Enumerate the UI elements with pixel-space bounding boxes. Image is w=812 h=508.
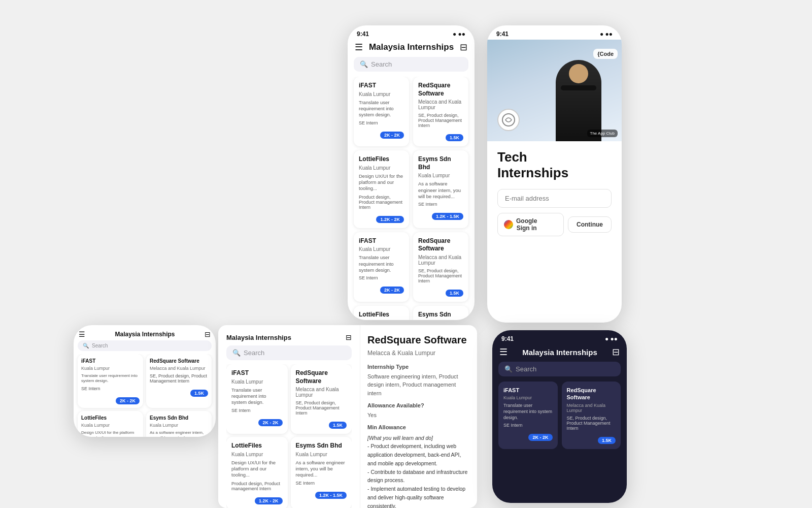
search-ph-dark: Search (516, 365, 536, 373)
google-icon (504, 220, 513, 229)
search-bar-dark[interactable]: 🔍 Search (498, 362, 621, 376)
card-desc: As a software engineer intern, you will … (296, 460, 347, 479)
allowance-label: Allowance Available? (367, 401, 470, 410)
card-salary: 1.5K (190, 388, 208, 397)
card-company: LottieFiles (231, 442, 283, 450)
card-company: RedSquare Software (418, 237, 463, 253)
search-icon: 🔍 (360, 60, 368, 68)
menu-icon-dark[interactable]: ☰ (499, 346, 507, 358)
card-role-dark: SE Intern (503, 423, 553, 428)
card-company: LottieFiles (81, 415, 140, 421)
card-desc: Translate user requirement into system d… (359, 100, 404, 118)
list-item[interactable]: iFAST Kuala Lumpur Translate user requir… (226, 364, 288, 434)
list-item[interactable]: iFAST Kuala Lumpur Translate user requir… (354, 232, 409, 302)
cards-grid-bl: iFAST Kuala Lumpur Translate user requir… (74, 354, 216, 437)
svg-point-0 (502, 114, 515, 126)
card-desc: Translate user requirement into system d… (359, 255, 404, 273)
card-company: iFAST (81, 358, 140, 364)
card-desc: Design UX/UI for the platform and our to… (231, 460, 283, 479)
list-item[interactable]: Esyms Sdn Bhd Kuala Lumpur As a software… (413, 306, 468, 320)
tech-internships-title: TechInternships (497, 149, 612, 181)
card-company: iFAST (231, 369, 283, 377)
card-tags: SE, Product design, Product Management I… (418, 268, 463, 283)
card-company: LottieFiles (359, 311, 404, 319)
list-item[interactable]: RedSquare Software Melacca and Kuala Lum… (291, 364, 352, 434)
list-item[interactable]: LottieFiles Kuala Lumpur Design UX/UI fo… (354, 306, 409, 320)
dark-cards-grid: iFAST Kuala Lumpur Translate user requir… (492, 382, 627, 449)
card-tags: SE, Product design, Product Management I… (418, 113, 463, 128)
app-title-dark: Malaysia Internships (522, 348, 597, 357)
card-role: SE Intern (231, 408, 283, 413)
list-item[interactable]: RedSquare Software Melacca and Kuala Lum… (413, 232, 468, 302)
filter-icon-bl[interactable]: ⊟ (205, 330, 211, 338)
card-company: Esyms Sdn Bhd (150, 415, 208, 421)
email-input[interactable] (497, 189, 612, 208)
card-company: RedSquare Software (150, 358, 208, 364)
list-item[interactable]: iFAST Kuala Lumpur Translate user requir… (498, 382, 558, 449)
detail-right-panel: RedSquare Software Melacca & Kuala Lumpu… (360, 325, 477, 508)
card-tags: Product design, Product management Inter… (231, 481, 283, 491)
card-salary: 1.5K (329, 420, 347, 429)
search-ph-detail: Search (244, 349, 264, 357)
card-desc: Design UX/UI for the platform and our to… (359, 173, 404, 192)
phone-header: ☰ Malaysia Internships ⊟ (348, 40, 475, 57)
card-salary: 1.2K - 2K (376, 214, 404, 223)
list-item[interactable]: Esyms Sdn Bhd Kuala Lumpur As a software… (413, 150, 468, 228)
salary-badge: 1.2K - 2K (376, 216, 404, 223)
card-company: RedSquare Software (296, 369, 347, 385)
search-bar-detail[interactable]: 🔍 Search (226, 345, 352, 360)
list-item[interactable]: LottieFiles Kuala Lumpur Design UX/UI fo… (226, 437, 288, 508)
search-bar[interactable]: 🔍 Search (354, 57, 468, 72)
internship-type-label: Internship Type (367, 363, 470, 371)
filter-icon-dark[interactable]: ⊟ (612, 346, 620, 358)
list-item[interactable]: iFAST Kuala Lumpur Translate user requir… (78, 354, 143, 408)
card-location: Melacca and Kuala Lumpur (296, 387, 347, 398)
google-signin-button[interactable]: GoogleSign in (497, 213, 564, 236)
search-placeholder-bl: Search (92, 343, 108, 348)
allowance-value: Yes (367, 411, 470, 420)
salary-badge: 1.5K (190, 390, 208, 397)
card-company: iFAST (359, 237, 404, 245)
salary-badge: 1.2K - 2K (255, 497, 283, 504)
card-company: Esyms Sdn Bhd (296, 442, 347, 450)
learn-text: - Product development, including web app… (367, 442, 470, 508)
menu-icon[interactable]: ☰ (355, 42, 363, 53)
menu-icon-bl[interactable]: ☰ (79, 330, 85, 338)
cards-grid: iFAST Kuala Lumpur Translate user requir… (348, 77, 475, 320)
search-bar-bl[interactable]: 🔍 Search (78, 340, 212, 351)
card-role: SE Intern (359, 275, 404, 280)
list-item[interactable]: RedSquare Software Melacca and Kuala Lum… (562, 382, 621, 449)
card-location: Kuala Lumpur (150, 423, 208, 428)
filter-icon[interactable]: ⊟ (460, 42, 467, 53)
status-bar: 9:41 ● ●● (348, 25, 475, 40)
card-role: SE Intern (418, 202, 463, 207)
filter-icon-detail[interactable]: ⊟ (346, 333, 352, 341)
app-club-badge: The App Club (587, 130, 618, 137)
card-salary: 2K - 2K (258, 417, 282, 426)
app-title-bl: Malaysia Internships (115, 331, 175, 338)
card-location: Kuala Lumpur (359, 246, 404, 252)
card-company-dark: RedSquare Software (567, 387, 616, 401)
card-tags: SE, Product design, Product Management I… (150, 373, 208, 384)
list-item[interactable]: RedSquare Software Melacca and Kuala Lum… (146, 354, 212, 408)
card-desc: As a software engineer intern, you will … (150, 430, 208, 437)
hero-logo (497, 109, 520, 131)
salary-badge: 1.5K (446, 290, 463, 297)
list-item[interactable]: LottieFiles Kuala Lumpur Design UX/UI fo… (78, 411, 143, 437)
status-icons: ● ●● (453, 30, 465, 38)
list-item[interactable]: iFAST Kuala Lumpur Translate user requir… (354, 77, 409, 146)
salary-badge: 2K - 2K (258, 419, 282, 426)
salary-badge-dark: 2K - 2K (528, 434, 552, 441)
list-item[interactable]: Esyms Sdn Bhd Kuala Lumpur As a software… (291, 437, 352, 508)
search-icon-detail: 🔍 (232, 349, 241, 357)
card-salary-dark: 1.5K (598, 435, 616, 444)
detail-left-panel: Malaysia Internships ⊟ 🔍 Search iFAST Ku… (218, 325, 360, 508)
card-role: SE Intern (81, 386, 140, 391)
card-salary: 1.2K - 1.5K (315, 490, 347, 499)
list-item[interactable]: RedSquare Software Melacca and Kuala Lum… (413, 77, 468, 146)
card-desc: Design UX/UI for the platform and our to… (81, 430, 140, 437)
list-item[interactable]: LottieFiles Kuala Lumpur Design UX/UI fo… (354, 150, 409, 228)
continue-button[interactable]: Continue (568, 216, 612, 233)
list-item[interactable]: Esyms Sdn Bhd Kuala Lumpur As a software… (146, 411, 212, 437)
card-salary: 1.5K (446, 288, 463, 297)
